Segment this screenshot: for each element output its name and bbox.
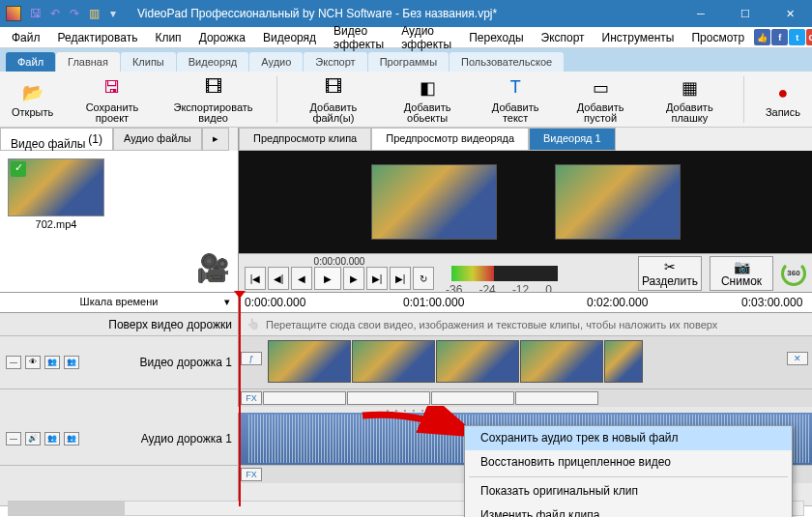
fx-slot[interactable]: [347, 391, 430, 405]
fx-button[interactable]: FX: [241, 391, 262, 405]
playhead[interactable]: [239, 292, 241, 506]
ctx-save-audio[interactable]: Сохранить аудио трек в новый файл: [465, 426, 792, 450]
close-button[interactable]: ✕: [768, 0, 812, 27]
track-lock-icon[interactable]: 👥: [64, 356, 79, 369]
facebook-icon[interactable]: f: [771, 29, 788, 45]
qat-undo-icon[interactable]: ↶: [46, 5, 64, 22]
export-video-button[interactable]: 🎞Экспортировать видео: [167, 73, 260, 126]
tab-sequence[interactable]: Видеоряд: [177, 52, 249, 72]
twitter-icon[interactable]: t: [789, 29, 805, 45]
prev-frame-button[interactable]: ◀|: [268, 267, 289, 290]
ctx-restore-video[interactable]: Восстановить прицепленное видео: [465, 450, 792, 474]
track-collapse-icon[interactable]: —: [6, 356, 21, 369]
menu-veffects[interactable]: Видео эффекты: [326, 22, 392, 53]
menu-view[interactable]: Просмотр: [683, 29, 752, 46]
menu-tools[interactable]: Инструменты: [594, 29, 682, 46]
forward-button[interactable]: ▶: [343, 267, 364, 290]
next-frame-button[interactable]: ▶|: [366, 267, 388, 290]
tab-export[interactable]: Экспорт: [304, 52, 366, 72]
time-ruler[interactable]: 0:00:00.000 0:01:00.000 0:02:00.000 0:03…: [239, 293, 812, 312]
menu-edit[interactable]: Редактировать: [50, 29, 146, 46]
preview-tab-seq1[interactable]: Видеоряд 1: [529, 128, 616, 151]
track-visible-icon[interactable]: 👁: [25, 356, 41, 369]
shuffle-icon[interactable]: ✕: [787, 352, 808, 365]
snapshot-button[interactable]: 📷Снимок: [710, 256, 773, 291]
ctx-show-original[interactable]: Показать оригинальный клип: [465, 479, 792, 503]
overlay-track-header[interactable]: Поверх видео дорожки: [0, 313, 239, 335]
video-clip[interactable]: [436, 340, 519, 383]
open-button[interactable]: 📂Открыть: [8, 78, 57, 120]
menubar: Файл Редактировать Клип Дорожка Видеоряд…: [0, 27, 812, 48]
qat-redo-icon[interactable]: ↷: [66, 5, 83, 22]
tab-programs[interactable]: Программы: [368, 52, 449, 72]
qat-more-icon[interactable]: ▾: [104, 5, 122, 22]
fx-row-body[interactable]: FX: [239, 389, 812, 407]
loop-button[interactable]: ↻: [413, 267, 434, 290]
save-project-button[interactable]: 🖫Сохранить проект: [74, 73, 150, 126]
bin-tab-more[interactable]: ▸: [202, 128, 229, 151]
tab-audio[interactable]: Аудио: [249, 52, 303, 72]
fx-slot[interactable]: [263, 391, 346, 405]
tab-custom[interactable]: Пользовательское: [450, 52, 564, 72]
video-clip[interactable]: [604, 340, 643, 383]
video-clip[interactable]: [352, 340, 435, 383]
video-track-body[interactable]: ƒ ✕: [239, 336, 812, 388]
goto-start-button[interactable]: |◀: [245, 267, 266, 290]
add-objects-button[interactable]: ◧Добавить обьекты: [390, 73, 466, 126]
minimize-button[interactable]: ─: [679, 0, 723, 27]
ctx-change-file[interactable]: Изменить файл клипа: [465, 503, 792, 517]
track-fx-icon[interactable]: ƒ: [241, 352, 262, 365]
add-text-button[interactable]: TДобавить текст: [483, 73, 548, 126]
preview-tab-sequence[interactable]: Предпросмотр видеоряда: [371, 128, 529, 151]
clip-thumbnail[interactable]: 702.mp4: [8, 158, 104, 230]
track-solo-icon[interactable]: 👥: [44, 432, 60, 445]
menu-file[interactable]: Файл: [4, 29, 48, 46]
video-track-header[interactable]: — 👁 👥 👥 Видео дорожка 1: [0, 336, 239, 388]
add-file-icon: 🎞: [321, 75, 346, 101]
bin-tab-audio[interactable]: Аудио файлы: [113, 128, 202, 151]
goto-end-button[interactable]: ▶|: [390, 267, 411, 290]
text-icon: T: [503, 75, 528, 101]
fx-button[interactable]: FX: [241, 468, 262, 481]
tab-file[interactable]: Файл: [6, 52, 55, 72]
menu-sequence[interactable]: Видеоряд: [255, 29, 324, 46]
video-clip[interactable]: [520, 340, 603, 383]
track-mute-icon[interactable]: 🔊: [25, 432, 41, 445]
menu-track[interactable]: Дорожка: [191, 29, 253, 46]
video-clip[interactable]: [268, 340, 351, 383]
fx-slot[interactable]: [515, 391, 598, 405]
preview-tab-clip[interactable]: Предпросмотр клипа: [239, 128, 371, 151]
timeline-scale-dropdown[interactable]: Шкала времени: [0, 293, 239, 312]
qat-save-icon[interactable]: 🖫: [27, 5, 44, 22]
record-button[interactable]: ●Запись: [762, 78, 804, 120]
add-blank-button[interactable]: ▭Добавить пустой: [566, 73, 636, 126]
gplus-icon[interactable]: G+: [806, 29, 812, 45]
menu-aeffects[interactable]: Аудио эффекты: [393, 22, 459, 53]
rewind-button[interactable]: ◀: [291, 267, 312, 290]
360-button[interactable]: 360: [781, 261, 806, 286]
menu-export[interactable]: Экспорт: [534, 29, 593, 46]
maximize-button[interactable]: ☐: [723, 0, 768, 27]
blank-icon: ▭: [588, 75, 613, 101]
like-icon[interactable]: 👍: [754, 29, 770, 45]
preview-viewport[interactable]: [239, 151, 812, 253]
menu-transitions[interactable]: Переходы: [461, 29, 531, 46]
play-button[interactable]: ▶: [314, 267, 341, 290]
scrollbar-thumb[interactable]: [9, 502, 125, 515]
fx-slot[interactable]: [431, 391, 514, 405]
split-button[interactable]: ✂Разделить: [638, 256, 702, 291]
add-file-button[interactable]: 🎞Добавить файл(ы): [295, 73, 372, 126]
menu-clip[interactable]: Клип: [147, 29, 188, 46]
overlay-track-body[interactable]: Перетащите сюда свои видео, изображения …: [239, 313, 812, 335]
bin-tab-video[interactable]: Видео файлы (1): [0, 128, 113, 151]
tab-clips[interactable]: Клипы: [121, 52, 176, 72]
tab-home[interactable]: Главная: [56, 52, 120, 72]
separator: [469, 476, 788, 477]
qat-export-icon[interactable]: ▥: [85, 5, 102, 22]
track-link-icon[interactable]: 👥: [44, 356, 60, 369]
audio-track-header[interactable]: — 🔊 👥 👥 Аудио дорожка 1: [0, 413, 239, 465]
bin-body[interactable]: 702.mp4 🎥: [0, 151, 238, 292]
track-collapse-icon[interactable]: —: [6, 432, 21, 445]
track-lock-icon[interactable]: 👥: [64, 432, 79, 445]
add-plate-button[interactable]: ▦Добавить плашку: [653, 73, 727, 126]
